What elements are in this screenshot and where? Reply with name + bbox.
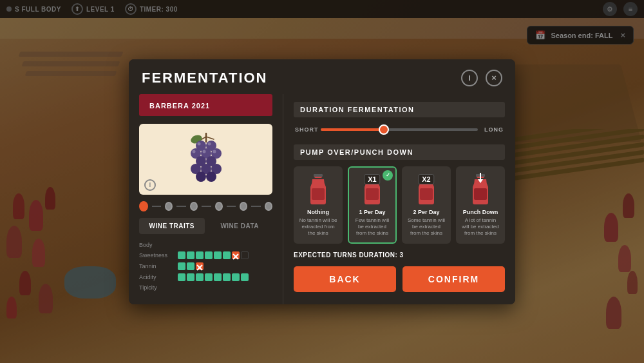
confirm-button[interactable]: CONFIRM (402, 266, 505, 292)
grape-image-area: i (139, 124, 272, 195)
pump-title: PUMP OVER/PUNCH DOWN (294, 144, 505, 160)
duration-slider[interactable] (321, 128, 478, 131)
trait-label-sweetness: Sweetness (139, 252, 173, 259)
trait-row-tannin: Tannin (139, 262, 272, 270)
progress-dot-1 (139, 201, 148, 211)
progress-line-5 (251, 206, 261, 207)
fermentation-modal: FERMENTATION i × BARBERA 2021 (129, 59, 515, 304)
slider-long-label: LONG (483, 126, 504, 133)
slider-row: SHORT LONG (294, 124, 505, 135)
pump-option-2perday[interactable]: X2 2 per day Some tannin will be extract… (402, 166, 451, 244)
pump-option-punchdown[interactable]: Punch down A lot of tannin will be extra… (456, 166, 505, 244)
bar (205, 273, 213, 281)
bar-empty (241, 251, 249, 259)
trait-bars-tannin (178, 262, 204, 270)
progress-line-4 (227, 206, 236, 207)
tab-wine-data[interactable]: Wine Data (207, 218, 273, 234)
bar (223, 273, 231, 281)
modal-title: FERMENTATION (142, 70, 268, 86)
bar (196, 251, 204, 259)
pump-desc-1perday: Few tannin will be extracted from the sk… (353, 217, 392, 237)
tab-buttons: Wine Traits Wine Data (139, 218, 272, 234)
progress-dot-4 (215, 202, 223, 211)
close-button[interactable]: × (486, 70, 502, 86)
bar (178, 273, 185, 281)
slider-fill (321, 128, 384, 131)
svg-line-2 (206, 137, 214, 139)
trait-label-acidity: Acidity (139, 274, 173, 280)
progress-line-1 (152, 206, 162, 207)
trait-row-sweetness: Sweetness (139, 251, 272, 259)
left-panel: BARBERA 2021 (129, 94, 283, 304)
trait-label-tipicity: Tipicity (139, 284, 173, 291)
pump-icon-1perday: X1 (353, 173, 392, 206)
bar (232, 273, 240, 281)
progress-dots (139, 201, 272, 211)
pump-desc-punchdown: A lot of tannin will be extracted from t… (461, 217, 500, 237)
back-button[interactable]: BACK (294, 266, 396, 292)
bar (196, 273, 204, 281)
pump-icon-2perday: X2 (407, 173, 446, 206)
bar-cross (232, 251, 240, 259)
svg-point-15 (206, 172, 216, 182)
info-button[interactable]: i (461, 70, 478, 86)
progress-dot-2 (165, 202, 173, 211)
pump-label-1perday: 1 per day (353, 209, 392, 215)
grape-image (180, 130, 232, 188)
expected-turns: EXPECTED TURNS DURATION: 3 (294, 251, 505, 259)
right-panel: DURATION FERMENTATION SHORT LONG PUMP OV… (283, 94, 515, 304)
modal-body: BARBERA 2021 (129, 94, 515, 304)
trait-row-tipicity: Tipicity (139, 284, 272, 291)
duration-title: DURATION FERMENTATION (294, 102, 505, 117)
modal-overlay: FERMENTATION i × BARBERA 2021 (0, 0, 644, 363)
pump-label-nothing: Nothing (299, 209, 337, 215)
tab-wine-traits[interactable]: Wine Traits (139, 218, 205, 234)
bar (214, 251, 222, 259)
progress-line-3 (202, 206, 211, 207)
svg-point-17 (207, 142, 211, 145)
wine-label-bar: BARBERA 2021 (139, 94, 272, 116)
svg-rect-35 (474, 188, 487, 200)
trait-label-body: Body (139, 242, 173, 248)
bar-cross (196, 262, 204, 270)
bar (205, 251, 213, 259)
progress-dot-6 (265, 202, 272, 211)
slider-thumb[interactable] (379, 124, 389, 135)
pump-label-punchdown: Punch down (461, 209, 500, 215)
bar (223, 251, 231, 259)
bar (187, 262, 194, 270)
trait-row-acidity: Acidity (139, 273, 272, 281)
svg-rect-26 (312, 188, 325, 200)
bar (214, 273, 222, 281)
svg-point-16 (197, 142, 200, 145)
pump-icon-nothing (299, 173, 337, 206)
pump-option-1perday[interactable]: ✓ X1 1 per day F (348, 166, 397, 244)
svg-point-19 (202, 150, 205, 153)
bar (187, 273, 194, 281)
bottom-buttons: BACK CONFIRM (294, 266, 505, 292)
modal-title-bar: FERMENTATION i × (129, 59, 515, 94)
bar (241, 273, 249, 281)
progress-dot-3 (190, 202, 198, 211)
pump-icon-punchdown (461, 173, 500, 206)
svg-point-14 (196, 172, 206, 182)
svg-rect-27 (314, 174, 323, 177)
trait-bars-acidity (178, 273, 249, 281)
pump-options: Nothing No tannin will be extracted from… (294, 166, 505, 244)
grape-info-button[interactable]: i (144, 179, 156, 191)
progress-line-2 (176, 206, 186, 207)
svg-rect-32 (420, 188, 433, 200)
pump-desc-2perday: Some tannin will be extracted from the s… (407, 217, 446, 237)
pump-option-nothing[interactable]: Nothing No tannin will be extracted from… (294, 166, 343, 244)
svg-point-20 (213, 150, 216, 153)
slider-short-label: SHORT (295, 126, 316, 133)
duration-section: DURATION FERMENTATION SHORT LONG (294, 102, 505, 135)
pump-desc-nothing: No tannin will be extracted from the ski… (299, 217, 337, 237)
progress-dot-5 (240, 202, 247, 211)
svg-point-18 (192, 150, 195, 153)
wine-name: BARBERA 2021 (149, 102, 210, 110)
modal-title-icons: i × (461, 70, 502, 86)
bar (178, 251, 185, 259)
trait-row-body: Body (139, 242, 272, 248)
bar (187, 251, 194, 259)
